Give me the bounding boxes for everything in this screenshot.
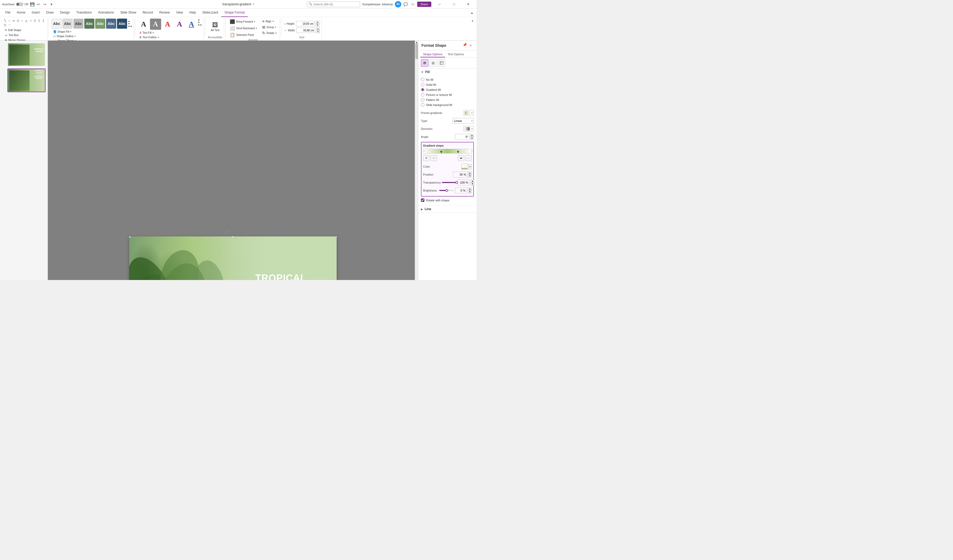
angle-down[interactable]: ▼	[470, 137, 474, 140]
pattern-fill-option[interactable]: Pattern fill	[421, 97, 474, 102]
bring-forward-dropdown[interactable]: ▾	[254, 20, 255, 23]
height-input[interactable]	[296, 21, 315, 26]
pentagon-shape-icon[interactable]: ⬠	[33, 19, 37, 22]
width-up[interactable]: ▲	[316, 27, 320, 30]
shape-style-4[interactable]: Abc	[84, 19, 95, 29]
bracket-shape-icon[interactable]: {	[37, 19, 41, 22]
text-outline-dropdown-icon[interactable]: ▾	[158, 36, 159, 39]
rotate-dropdown-icon[interactable]: ▾	[275, 32, 276, 34]
gradient-fill-radio[interactable]	[421, 88, 424, 91]
shape-style-2[interactable]: Abc	[62, 19, 73, 29]
star-shape-icon[interactable]: ☆	[29, 19, 33, 22]
rotate-with-shape-checkbox[interactable]	[421, 198, 424, 202]
tab-animations[interactable]: Animations	[95, 8, 117, 17]
transparency-down[interactable]: ▼	[471, 183, 474, 186]
send-backward-dropdown[interactable]: ▾	[256, 27, 257, 29]
redo-icon[interactable]: ↪	[42, 2, 47, 7]
shape-outline-button[interactable]: ▭ Shape Outline ▾	[51, 34, 132, 38]
no-fill-radio[interactable]	[421, 78, 424, 81]
picture-fill-radio[interactable]	[421, 93, 424, 96]
tab-review[interactable]: Review	[156, 8, 173, 17]
triangle-shape-icon[interactable]: △	[25, 19, 28, 22]
panel-pin-icon[interactable]: 📌	[463, 43, 467, 48]
shape-style-1[interactable]: Abc	[51, 19, 62, 29]
edit-shape-button[interactable]: ✏ Edit Shape	[3, 28, 46, 32]
solid-fill-radio[interactable]	[421, 83, 424, 86]
tab-insert[interactable]: Insert	[28, 8, 43, 17]
align-button[interactable]: ≡ Align ▾	[261, 19, 278, 24]
type-dropdown[interactable]: Linear ▾	[453, 118, 474, 124]
tab-record[interactable]: Record	[139, 8, 156, 17]
group-button[interactable]: ⊞ Group ▾	[261, 25, 278, 30]
tab-design[interactable]: Design	[57, 8, 73, 17]
fill-section-header[interactable]: ▼ Fill	[418, 68, 476, 76]
tab-shape-format[interactable]: Shape Format	[221, 8, 248, 17]
text-fill-button[interactable]: A Text Fill ▾	[138, 31, 202, 35]
tab-slidelizard[interactable]: SlideLizard	[199, 8, 221, 17]
fill-line-icon-btn[interactable]	[421, 59, 428, 67]
rrect-shape-icon[interactable]: ▢	[16, 19, 20, 22]
more-options-button[interactable]: ⋯	[465, 155, 472, 161]
styles-down-arrow[interactable]: ▼	[128, 23, 132, 25]
shape-fill-button[interactable]: 🪣 Shape Fill ▾	[51, 30, 132, 34]
reverse-stops-button[interactable]: ⇄	[458, 155, 464, 161]
stop-marker-2[interactable]	[440, 151, 442, 153]
shape-style-3[interactable]: Abc	[73, 19, 84, 29]
pattern-fill-radio[interactable]	[421, 98, 424, 102]
send-backward-button[interactable]: ⬜ Send Backward ▾	[228, 25, 258, 31]
gradient-fill-option[interactable]: Gradient fill	[421, 87, 474, 92]
slide-thumb-1[interactable]: TROPICAL LEAVES	[8, 43, 45, 67]
canvas-scrollbar-v[interactable]: ▼ ▲	[415, 41, 418, 280]
angle-input[interactable]: 0°	[455, 134, 470, 140]
color-swatch[interactable]	[461, 164, 468, 170]
bring-forward-button[interactable]: ⬛ Bring Forward ▾	[228, 19, 258, 25]
autosave-switch[interactable]	[16, 2, 23, 6]
scroll-up-btn[interactable]: ▲	[415, 41, 418, 44]
styles-more-arrow[interactable]: ▼▼	[128, 25, 132, 28]
minimize-button[interactable]: ─	[433, 0, 445, 8]
tab-file[interactable]: File	[2, 8, 14, 17]
present-icon[interactable]: ▭	[410, 2, 415, 7]
line-shape-icon[interactable]: ╲	[3, 19, 7, 22]
height-up[interactable]: ▲	[316, 21, 319, 24]
tab-help[interactable]: Help	[186, 8, 199, 17]
brightness-up[interactable]: ▲	[468, 187, 472, 190]
shape-style-5[interactable]: Abc	[95, 19, 105, 29]
transparency-up[interactable]: ▲	[471, 179, 474, 183]
stop-marker-4[interactable]	[472, 151, 473, 153]
brightness-slider-thumb[interactable]	[445, 189, 448, 192]
add-stop-button[interactable]: +	[423, 155, 430, 161]
solid-fill-option[interactable]: Solid fill	[421, 82, 474, 87]
handle-tl[interactable]	[129, 237, 130, 238]
text-fill-dropdown-icon[interactable]: ▾	[153, 32, 154, 34]
tab-home[interactable]: Home	[14, 8, 28, 17]
tab-slideshow[interactable]: Slide Show	[117, 8, 139, 17]
wordart-up-arrow[interactable]: ▲	[198, 19, 202, 21]
fill-dropdown-icon[interactable]: ▾	[70, 31, 71, 33]
close-button[interactable]: ✕	[462, 0, 474, 8]
transparency-slider-track[interactable]	[442, 182, 456, 183]
width-down[interactable]: ▼	[316, 30, 320, 33]
layout-properties-icon-btn[interactable]	[438, 59, 445, 67]
undo-icon[interactable]: ↩	[36, 2, 41, 7]
slide-bg-fill-option[interactable]: Slide background fill	[421, 102, 474, 107]
save-icon[interactable]: 💾	[30, 2, 34, 7]
brightness-down[interactable]: ▼	[468, 190, 472, 193]
outline-dropdown-icon[interactable]: ▾	[75, 35, 76, 37]
direction-dropdown[interactable]: ▾	[463, 126, 474, 132]
maximize-button[interactable]: □	[448, 0, 460, 8]
position-input[interactable]: 35 %	[453, 172, 467, 178]
angle-up[interactable]: ▲	[470, 134, 474, 137]
gradient-bar[interactable]	[423, 149, 472, 153]
rotate-with-shape-option[interactable]: Rotate with shape	[421, 198, 474, 203]
remove-stop-button[interactable]: −	[430, 155, 437, 161]
search-box[interactable]: 🔍	[307, 2, 360, 7]
curly-shape-icon[interactable]: }	[42, 19, 45, 22]
tab-shape-options[interactable]: Shape Options	[421, 51, 445, 57]
handle-tr[interactable]	[335, 237, 337, 238]
tab-transitions[interactable]: Transitions	[73, 8, 95, 17]
brightness-input[interactable]: 0 %	[455, 187, 467, 193]
slide-bg-fill-radio[interactable]	[421, 103, 424, 107]
slide-thumb-2[interactable]: TROPICAL LEAVES TRANSPARENT GRADIENT	[8, 68, 45, 92]
width-input[interactable]	[296, 28, 315, 33]
